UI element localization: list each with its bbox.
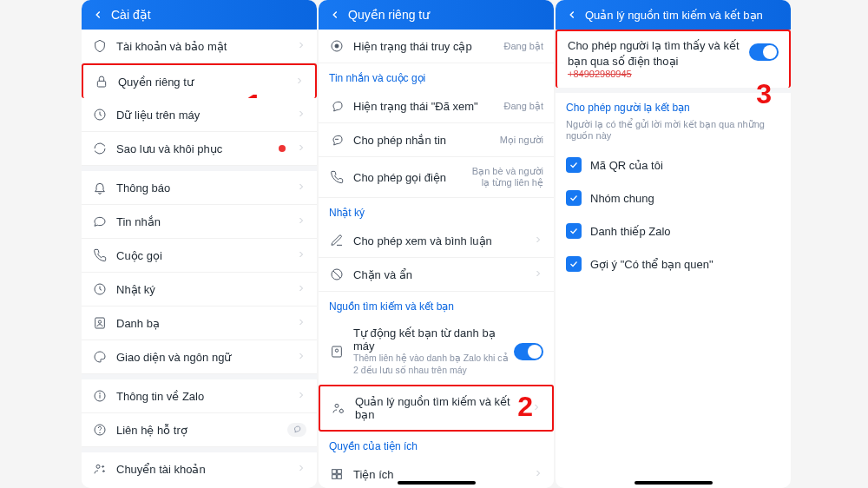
row-calls[interactable]: Cuộc gọi bbox=[82, 239, 317, 273]
row-about[interactable]: Thông tin về Zalo bbox=[82, 379, 317, 413]
section-sources: Nguồn tìm kiếm và kết bạn bbox=[319, 292, 554, 318]
row-help[interactable]: Liên hệ hỗ trợ bbox=[82, 413, 317, 447]
help-icon bbox=[92, 422, 108, 438]
row-contacts[interactable]: Danh bạ bbox=[82, 307, 317, 340]
row-view-comment[interactable]: Cho phép xem và bình luận bbox=[319, 224, 554, 258]
row-block-hide[interactable]: Chặn và ẩn bbox=[319, 258, 554, 292]
contacts-icon bbox=[92, 315, 108, 331]
chevron-right-icon bbox=[296, 317, 306, 330]
phone-number: +84902980945 bbox=[568, 69, 749, 79]
row-allow-messaging[interactable]: Cho phép nhắn tin Mọi người bbox=[319, 123, 554, 157]
chevron-right-icon bbox=[296, 283, 306, 296]
header-title: Cài đặt bbox=[111, 8, 151, 22]
row-seen-status[interactable]: Hiện trạng thái "Đã xem" Đang bật bbox=[319, 89, 554, 123]
clock-icon bbox=[92, 281, 108, 297]
checkbox-checked-icon[interactable] bbox=[566, 157, 582, 173]
chevron-right-icon bbox=[296, 215, 306, 228]
grid-icon bbox=[329, 466, 345, 482]
home-indicator-icon bbox=[398, 481, 476, 485]
chevron-right-icon bbox=[296, 40, 306, 53]
palette-icon bbox=[92, 349, 108, 365]
svg-point-7 bbox=[100, 393, 101, 394]
header: Quản lý nguồn tìm kiếm và kết bạn bbox=[556, 0, 791, 30]
row-appearance[interactable]: Giao diện và ngôn ngữ bbox=[82, 340, 317, 374]
chevron-right-icon bbox=[533, 268, 543, 281]
chevron-right-icon bbox=[296, 351, 306, 364]
checkbox-checked-icon[interactable] bbox=[566, 256, 582, 272]
dot-circle-icon bbox=[329, 38, 345, 54]
svg-line-15 bbox=[333, 271, 340, 278]
section-extensions: Quyền của tiện ích bbox=[319, 432, 554, 458]
svg-rect-21 bbox=[338, 470, 342, 474]
settings-screen: Cài đặt Tài khoản và bảo mật Quyền riêng… bbox=[82, 0, 317, 488]
eye-bubble-icon bbox=[329, 98, 345, 114]
edit-icon bbox=[329, 233, 345, 248]
header-title: Quyền riêng tư bbox=[348, 8, 430, 22]
svg-point-18 bbox=[335, 405, 339, 408]
row-device-data[interactable]: Dữ liệu trên máy bbox=[82, 98, 317, 132]
row-backup[interactable]: Sao lưu và khôi phục bbox=[82, 132, 317, 166]
phone-icon bbox=[92, 247, 108, 263]
row-diary[interactable]: Nhật ký bbox=[82, 273, 317, 307]
refresh-icon bbox=[92, 141, 108, 156]
home-indicator-icon bbox=[635, 481, 713, 485]
lock-icon bbox=[94, 74, 109, 89]
svg-point-9 bbox=[100, 432, 101, 433]
svg-point-12 bbox=[335, 44, 339, 48]
switch-user-icon bbox=[92, 461, 108, 477]
svg-point-4 bbox=[98, 320, 101, 323]
chevron-right-icon bbox=[296, 181, 306, 195]
privacy-screen: Quyền riêng tư Hiện trạng thái truy cập … bbox=[319, 0, 554, 488]
shield-icon bbox=[92, 38, 108, 54]
chat-icon bbox=[329, 132, 345, 148]
row-src-suggest[interactable]: Gợi ý "Có thể bạn quen" bbox=[556, 247, 791, 280]
chevron-right-icon bbox=[296, 390, 306, 403]
row-privacy[interactable]: Quyền riêng tư bbox=[82, 63, 317, 98]
back-icon[interactable] bbox=[327, 7, 343, 23]
alert-dot-icon bbox=[279, 145, 286, 152]
chevron-right-icon bbox=[294, 76, 305, 89]
row-src-group[interactable]: Nhóm chung bbox=[556, 181, 791, 214]
user-gear-icon bbox=[331, 400, 346, 416]
auto-friend-toggle[interactable] bbox=[514, 343, 543, 360]
chevron-right-icon bbox=[296, 463, 306, 476]
section-messages-calls: Tin nhắn và cuộc gọi bbox=[319, 63, 554, 89]
svg-point-19 bbox=[339, 410, 343, 413]
svg-point-10 bbox=[96, 465, 100, 468]
clock-icon bbox=[92, 107, 108, 122]
info-icon bbox=[92, 388, 108, 404]
row-switch-account[interactable]: Chuyển tài khoản bbox=[82, 452, 317, 485]
svg-rect-0 bbox=[97, 81, 105, 87]
svg-point-17 bbox=[335, 349, 338, 352]
chat-icon bbox=[92, 214, 108, 229]
bell-icon bbox=[92, 180, 108, 195]
checkbox-checked-icon[interactable] bbox=[566, 190, 582, 206]
svg-rect-20 bbox=[332, 470, 337, 474]
section-allow-desc: Người lạ có thể gửi lời mời kết bạn qua … bbox=[556, 119, 791, 148]
row-src-card[interactable]: Danh thiếp Zalo bbox=[556, 214, 791, 247]
row-notifications[interactable]: Thông báo bbox=[82, 171, 317, 205]
row-messages[interactable]: Tin nhắn bbox=[82, 205, 317, 239]
row-online-status[interactable]: Hiện trạng thái truy cập Đang bật bbox=[319, 30, 554, 63]
chevron-right-icon bbox=[533, 234, 543, 247]
header: Quyền riêng tư bbox=[319, 0, 554, 30]
row-account-security[interactable]: Tài khoản và bảo mật bbox=[82, 30, 317, 63]
step-2-marker: 2 bbox=[517, 391, 533, 423]
block-icon bbox=[329, 267, 345, 282]
row-allow-calls[interactable]: Cho phép gọi điện Bạn bè và người lạ từn… bbox=[319, 157, 554, 198]
chat-support-icon[interactable] bbox=[287, 423, 306, 437]
header-title: Quản lý nguồn tìm kiếm và kết bạn bbox=[585, 9, 763, 22]
find-by-phone-toggle[interactable] bbox=[749, 43, 779, 61]
chevron-right-icon bbox=[296, 142, 306, 155]
back-icon[interactable] bbox=[564, 7, 580, 23]
checkbox-checked-icon[interactable] bbox=[566, 223, 582, 239]
back-icon[interactable] bbox=[90, 7, 106, 23]
row-auto-friend[interactable]: Tự động kết bạn từ danh bạ máy Thêm liên… bbox=[319, 318, 554, 385]
chevron-right-icon bbox=[296, 249, 306, 262]
row-src-qr[interactable]: Mã QR của tôi bbox=[556, 148, 791, 181]
phone-icon bbox=[329, 169, 345, 185]
chevron-right-icon bbox=[296, 109, 306, 122]
step-3-marker: 3 bbox=[756, 78, 772, 110]
svg-rect-22 bbox=[332, 475, 337, 479]
manage-sources-screen: Quản lý nguồn tìm kiếm và kết bạn Cho ph… bbox=[556, 0, 791, 488]
